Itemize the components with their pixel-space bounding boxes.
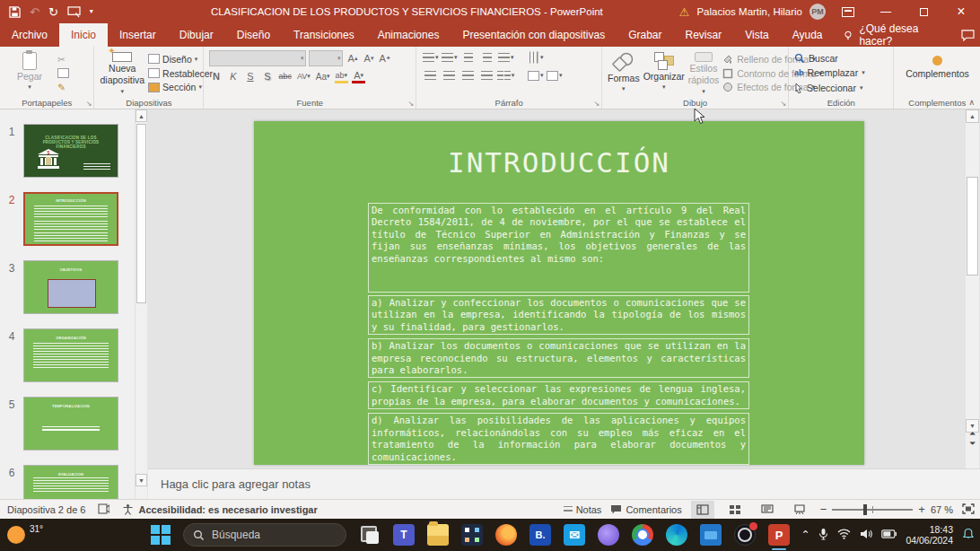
- scroll-up-arrow[interactable]: ▲: [966, 109, 979, 123]
- save-icon[interactable]: [9, 6, 21, 18]
- drawing-dialog-launcher[interactable]: ↘: [780, 100, 786, 108]
- firefox-icon[interactable]: [495, 524, 517, 546]
- decrease-indent-button[interactable]: [459, 50, 477, 65]
- numbering-button[interactable]: ▾: [441, 50, 458, 65]
- taskbar-search[interactable]: Búsqueda: [183, 523, 346, 547]
- justify-button[interactable]: [478, 68, 495, 83]
- paragraph[interactable]: De conformidad con lo establecido en el …: [368, 203, 749, 293]
- display-settings-icon[interactable]: [98, 503, 109, 516]
- slide-canvas[interactable]: INTRODUCCIÓN De conformidad con lo estab…: [254, 121, 864, 465]
- avatar[interactable]: PM: [809, 4, 826, 20]
- zoom-slider[interactable]: [832, 509, 913, 511]
- chrome-icon[interactable]: [632, 524, 653, 546]
- bullets-button[interactable]: ▾: [422, 50, 439, 65]
- format-painter-button[interactable]: ✎: [57, 80, 69, 94]
- normal-view-button[interactable]: [691, 501, 714, 519]
- file-explorer-icon[interactable]: [427, 524, 449, 546]
- align-left-button[interactable]: [422, 68, 439, 83]
- text-shadow-button[interactable]: S: [260, 69, 274, 83]
- cut-button[interactable]: ✂: [57, 52, 69, 66]
- slide-title[interactable]: INTRODUCCIÓN: [254, 146, 864, 179]
- collapse-ribbon-button[interactable]: ∧: [968, 98, 975, 107]
- slide-thumbnail-2[interactable]: INTRODUCCIÓN: [23, 192, 118, 246]
- tab-presentacion[interactable]: Presentación con diapositivas: [451, 23, 617, 47]
- slide-thumbnail-3[interactable]: OBJETIVOS: [23, 260, 118, 314]
- find-button[interactable]: Buscar: [794, 52, 865, 65]
- microphone-icon[interactable]: [818, 528, 828, 543]
- tab-inicio[interactable]: Inicio: [59, 23, 108, 47]
- strikethrough-button[interactable]: abc: [277, 69, 293, 83]
- character-spacing-button[interactable]: AV▾: [296, 69, 311, 83]
- paragraph-dialog-launcher[interactable]: ↘: [593, 100, 599, 108]
- notes-pane[interactable]: Haga clic para agregar notas: [148, 468, 980, 499]
- slide-thumbnail-4[interactable]: ORGANIZACIÓN: [23, 328, 118, 382]
- change-case-button[interactable]: Aa▾: [315, 69, 331, 83]
- fit-slide-button[interactable]: [962, 503, 975, 516]
- grow-font-button[interactable]: A▴: [346, 51, 359, 66]
- editor-scrollbar[interactable]: ▲ ▼ ⏶⏷: [966, 109, 979, 468]
- tab-insertar[interactable]: Insertar: [108, 23, 168, 47]
- accessibility-checker[interactable]: Accesibilidad: es necesario investigar: [122, 503, 317, 515]
- clock[interactable]: 18:43 04/06/2024: [906, 524, 953, 546]
- paragraph[interactable]: b) Analizar los documentos o comunicacio…: [368, 338, 749, 378]
- align-right-button[interactable]: [459, 68, 477, 83]
- zoom-slider-thumb[interactable]: [863, 504, 867, 515]
- new-slide-button[interactable]: Nueva diapositiva ▾: [100, 50, 144, 96]
- copy-button[interactable]: [57, 66, 69, 81]
- bold-button[interactable]: N: [209, 69, 223, 83]
- align-center-button[interactable]: [441, 68, 458, 83]
- font-name-combo[interactable]: ▾: [209, 50, 306, 66]
- scrollbar-thumb[interactable]: [967, 177, 978, 276]
- tab-grabar[interactable]: Grabar: [617, 23, 673, 47]
- tab-ayuda[interactable]: Ayuda: [781, 23, 835, 47]
- addins-button[interactable]: Complementos: [899, 50, 975, 96]
- task-view-button[interactable]: [359, 524, 381, 546]
- loop-icon[interactable]: [598, 524, 619, 546]
- edge-icon[interactable]: [666, 524, 687, 546]
- obs-icon[interactable]: [734, 524, 756, 546]
- tell-me-box[interactable]: ¿Qué desea hacer?: [834, 23, 955, 47]
- notification-bell-icon[interactable]: [962, 528, 975, 543]
- volume-icon[interactable]: [860, 529, 872, 542]
- smartart-button[interactable]: ▾: [546, 68, 563, 83]
- font-color-button[interactable]: A▾: [352, 69, 365, 83]
- arrange-button[interactable]: Organizar ▾: [643, 50, 685, 96]
- mail-icon[interactable]: [564, 524, 585, 546]
- previous-slide-button[interactable]: ⏶⏷: [966, 429, 979, 449]
- italic-button[interactable]: K: [226, 69, 240, 83]
- remote-desktop-icon[interactable]: [700, 524, 722, 546]
- minimize-button[interactable]: —: [871, 0, 901, 23]
- battery-icon[interactable]: [881, 529, 897, 541]
- restore-button[interactable]: [908, 0, 939, 23]
- underline-button[interactable]: S: [243, 69, 257, 83]
- customize-qat-icon[interactable]: ▾: [90, 8, 93, 15]
- slide-thumbnail-1[interactable]: CLASIFICACION DE LOS PRODUCTOS Y SERVICI…: [23, 124, 118, 178]
- comments-icon[interactable]: [955, 23, 980, 47]
- align-text-button[interactable]: ▾: [527, 68, 544, 83]
- tab-animaciones[interactable]: Animaciones: [366, 23, 451, 47]
- zoom-out-button[interactable]: −: [820, 503, 827, 516]
- paragraph[interactable]: a) Analizar y confeccionar los documento…: [368, 295, 749, 335]
- redo-icon[interactable]: ↻: [48, 6, 58, 18]
- columns-button[interactable]: ▾: [497, 68, 514, 83]
- highlight-color-button[interactable]: ab▾: [335, 69, 349, 83]
- layout-button[interactable]: Diseño▾: [148, 52, 213, 66]
- zoom-level[interactable]: 67 %: [931, 504, 953, 515]
- clipboard-dialog-launcher[interactable]: ↘: [86, 100, 92, 108]
- bing-icon[interactable]: B.: [529, 524, 551, 546]
- notes-toggle[interactable]: Notas: [564, 504, 602, 515]
- text-direction-button[interactable]: ▾: [527, 50, 544, 65]
- tab-dibujar[interactable]: Dibujar: [168, 23, 225, 47]
- tab-archivo[interactable]: Archivo: [0, 23, 59, 47]
- weather-widget[interactable]: 31°: [7, 519, 43, 551]
- warning-icon[interactable]: ⚠: [679, 5, 690, 19]
- thumbnail-scrollbar[interactable]: ▲ ▼: [135, 109, 147, 499]
- scroll-up-arrow[interactable]: ▲: [136, 109, 147, 122]
- scroll-down-arrow[interactable]: ▼: [136, 474, 147, 486]
- comments-toggle[interactable]: Comentarios: [610, 504, 681, 515]
- paste-button[interactable]: Pegar ▾: [5, 50, 54, 96]
- shrink-font-button[interactable]: A▾: [362, 51, 375, 66]
- reading-view-button[interactable]: [756, 501, 779, 519]
- microsoft-store-icon[interactable]: [461, 524, 483, 546]
- shapes-button[interactable]: Formas ▾: [608, 50, 640, 96]
